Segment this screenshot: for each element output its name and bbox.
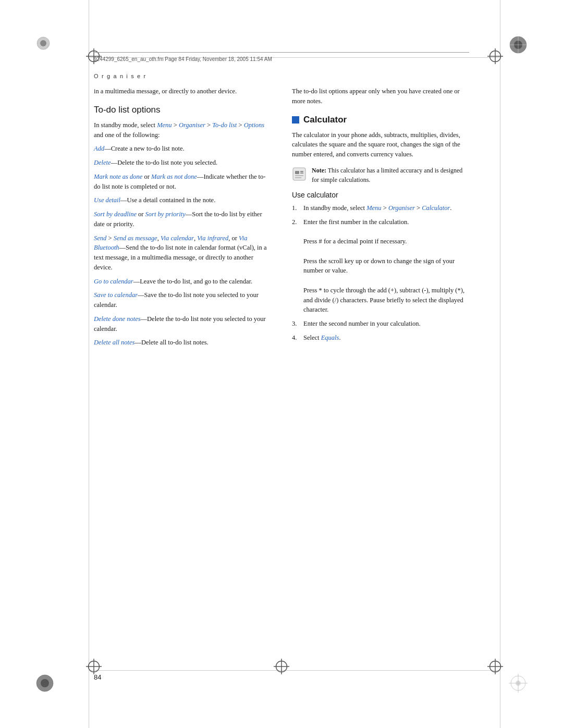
use-calculator-heading: Use calculator	[292, 191, 469, 199]
page: 9244299_6265_en_au_oth.fm Page 84 Friday…	[0, 0, 563, 728]
todo-appear-text: The to-do list options appear only when …	[292, 87, 469, 106]
right-column: The to-do list options appear only when …	[292, 87, 469, 352]
file-info: 9244299_6265_en_au_oth.fm Page 84 Friday…	[94, 56, 272, 62]
step-2: 2. Enter the first number in the calcula…	[292, 217, 469, 315]
two-col-layout: in a multimedia message, or directly to …	[94, 87, 495, 352]
svg-rect-32	[295, 177, 301, 178]
save-calendar-item: Save to calendar—Save the to-do list not…	[94, 290, 271, 310]
svg-rect-27	[293, 168, 305, 180]
delete-item: Delete—Delete the to-do list note you se…	[94, 158, 271, 168]
step-1: 1. In standby mode, select Menu > Organi…	[292, 203, 469, 213]
mark-item: Mark note as done or Mark as not done—In…	[94, 172, 271, 192]
standby-mode-para: In standby mode, select Menu > Organiser…	[94, 120, 271, 140]
header-bar: 9244299_6265_en_au_oth.fm Page 84 Friday…	[94, 52, 469, 63]
steps-list: 1. In standby mode, select Menu > Organi…	[292, 203, 469, 343]
left-intro: in a multimedia message, or directly to …	[94, 87, 271, 96]
crosshair-bottom-center	[274, 659, 289, 674]
svg-rect-30	[300, 172, 303, 174]
step-3: 3. Enter the second number in your calcu…	[292, 319, 469, 329]
sort-item: Sort by deadline or Sort by priority—Sor…	[94, 209, 271, 229]
step-4: 4. Select Equals.	[292, 333, 469, 343]
note-icon	[292, 167, 307, 181]
page-number: 84	[94, 673, 101, 681]
crosshair-bottom-left	[86, 659, 102, 674]
calculator-heading: Calculator	[292, 115, 469, 125]
svg-rect-31	[295, 175, 303, 176]
left-column: in a multimedia message, or directly to …	[94, 87, 271, 352]
reg-mark-bottom-right	[509, 674, 528, 693]
delete-all-item: Delete all notes—Delete all to-do list n…	[94, 338, 271, 348]
go-calendar-item: Go to calendar—Leave the to-do list, and…	[94, 277, 271, 287]
border-left	[89, 0, 89, 728]
delete-done-item: Delete done notes—Delete the to-do list …	[94, 314, 271, 334]
blue-square-icon	[292, 116, 299, 124]
border-right	[500, 0, 500, 728]
note-box: Note: This calculator has a limited accu…	[292, 166, 469, 184]
svg-point-16	[41, 679, 49, 687]
svg-rect-28	[295, 171, 299, 174]
crosshair-bottom-right	[487, 659, 503, 674]
border-bottom	[89, 670, 500, 671]
reg-mark-bottom-left	[35, 674, 54, 693]
reg-mark-top-left	[35, 35, 51, 51]
send-item: Send > Send as message, Via calendar, Vi…	[94, 233, 271, 273]
calculator-intro: The calculator in your phone adds, subtr…	[292, 130, 469, 159]
add-item: Add—Create a new to-do list note.	[94, 144, 271, 154]
crosshair-top-right	[487, 48, 503, 64]
content-area: O r g a n i s e r in a multimedia messag…	[94, 73, 495, 645]
todo-options-heading: To-do list options	[94, 105, 271, 115]
svg-point-1	[40, 40, 46, 46]
section-label: O r g a n i s e r	[94, 73, 495, 79]
use-detail-item: Use detail—Use a detail contained in the…	[94, 195, 271, 205]
note-text: Note: This calculator has a limited accu…	[312, 166, 469, 184]
reg-mark-top-right	[509, 35, 528, 54]
svg-rect-29	[300, 171, 303, 172]
